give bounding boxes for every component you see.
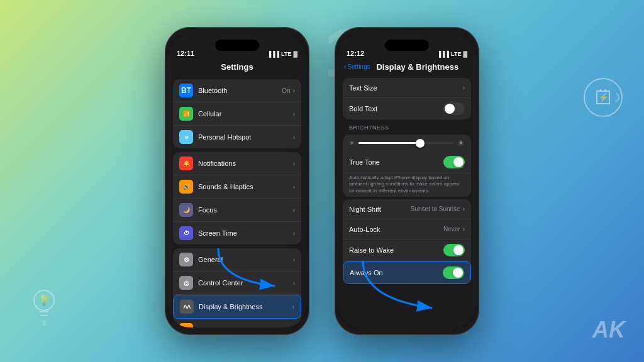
textsize-chevron: › (463, 84, 465, 91)
brightness-high-icon: ☀ (457, 138, 465, 148)
general-chevron: › (293, 256, 295, 263)
notifications-label: Notifications (198, 160, 293, 167)
nightshift-label: Night Shift (349, 206, 411, 213)
truetone-description: Automatically adapt iPhone display based… (343, 173, 471, 197)
textsize-row[interactable]: Text Size › (343, 78, 471, 98)
other-section: Night Shift Sunset to Sunrise › Auto-Loc… (343, 199, 471, 284)
sounds-chevron: › (293, 184, 295, 190)
screentime-chevron: › (293, 230, 295, 237)
screentime-row[interactable]: ⏱ Screen Time › (173, 222, 301, 244)
controlcenter-row[interactable]: ◎ Control Center › (173, 272, 301, 295)
display-label: Display & Brightness (199, 303, 292, 310)
brightness-section: ☀ ☀ True Tone Automatically adapt iPhone… (343, 134, 471, 197)
controlcenter-label: Control Center (198, 279, 293, 287)
brightness-track (358, 142, 453, 144)
phone-2-screen: 12:12 ▐▐▐ LTE ▓ ‹ Settings Display & Bri… (338, 35, 476, 327)
settings-section-1: BT Bluetooth On › 📶 Cellular › ⌾ Persona… (173, 79, 301, 148)
boldtext-label: Bold Text (349, 105, 443, 112)
signal-icon-2: ▐▐▐ (437, 51, 449, 57)
status-icons-2: ▐▐▐ LTE ▓ (437, 51, 467, 57)
phone-1: 12:11 ▐▐▐ LTE ▓ Settings BT Bluetooth On… (165, 27, 309, 335)
hotspot-icon: ⌾ (179, 130, 193, 144)
cellular-chevron: › (293, 111, 295, 118)
brightness-thumb[interactable] (416, 139, 425, 148)
sounds-row[interactable]: 🔊 Sounds & Haptics › (173, 175, 301, 199)
text-section: Text Size › Bold Text (343, 78, 471, 119)
brightness-fill (358, 142, 420, 144)
homescreen-label: Home Screen (198, 326, 293, 327)
general-label: General (198, 256, 293, 263)
notifications-row[interactable]: 🔔 Notifications › (173, 152, 301, 175)
cellular-icon: 📶 (179, 107, 193, 121)
bluetooth-icon: BT (179, 84, 193, 97)
raisetowake-label: Raise to Wake (349, 246, 443, 254)
alwayson-row[interactable]: Always On (343, 261, 471, 284)
boldtext-row[interactable]: Bold Text (343, 98, 471, 119)
settings-section-3: ⚙ General › ◎ Control Center › AA Displa… (173, 248, 301, 327)
homescreen-icon: ⊞ (179, 323, 193, 327)
general-icon: ⚙ (179, 253, 193, 266)
autolock-row[interactable]: Auto-Lock Never › (343, 219, 471, 239)
cellular-row[interactable]: 📶 Cellular › (173, 102, 301, 126)
general-row[interactable]: ⚙ General › (173, 248, 301, 272)
display-icon: AA (180, 300, 194, 314)
notifications-chevron: › (293, 160, 295, 167)
autolock-value: Never (443, 226, 460, 233)
hotspot-label: Personal Hotspot (198, 133, 293, 141)
sounds-label: Sounds & Haptics (198, 183, 293, 190)
alwayson-label: Always On (350, 269, 443, 277)
back-button[interactable]: ‹ Settings (344, 63, 370, 70)
truetone-row[interactable]: True Tone (343, 151, 471, 173)
dynamic-island-2 (385, 40, 429, 51)
autolock-label: Auto-Lock (349, 226, 443, 233)
focus-row[interactable]: 🌙 Focus › (173, 199, 301, 222)
bluetooth-value: On (282, 87, 290, 94)
status-icons-1: ▐▐▐ LTE ▓ (267, 51, 297, 57)
network-2: LTE (451, 51, 461, 57)
signal-icon-1: ▐▐▐ (267, 51, 279, 57)
raisetowake-toggle[interactable] (443, 244, 465, 256)
back-label: Settings (347, 63, 370, 70)
controlcenter-icon: ◎ (179, 276, 193, 290)
hotspot-row[interactable]: ⌾ Personal Hotspot › (173, 126, 301, 148)
brightness-header: BRIGHTNESS (338, 122, 476, 132)
back-chevron: ‹ (344, 63, 346, 70)
homescreen-row[interactable]: ⊞ Home Screen › (173, 319, 301, 327)
content-area: 12:11 ▐▐▐ LTE ▓ Settings BT Bluetooth On… (0, 0, 644, 362)
brightness-slider-row[interactable]: ☀ ☀ (343, 134, 471, 151)
boldtext-toggle[interactable] (443, 102, 465, 115)
screentime-label: Screen Time (198, 229, 293, 237)
dynamic-island-1 (215, 40, 259, 51)
focus-label: Focus (198, 206, 293, 214)
network-1: LTE (281, 51, 291, 57)
hotspot-chevron: › (293, 134, 295, 141)
truetone-label: True Tone (349, 158, 443, 166)
focus-chevron: › (293, 207, 295, 214)
phone-1-screen: 12:11 ▐▐▐ LTE ▓ Settings BT Bluetooth On… (168, 35, 306, 327)
cellular-label: Cellular (198, 110, 293, 118)
brightness-low-icon: ☀ (349, 140, 355, 146)
bluetooth-label: Bluetooth (198, 87, 282, 94)
settings-section-2: 🔔 Notifications › 🔊 Sounds & Haptics › 🌙… (173, 152, 301, 244)
time-2: 12:12 (347, 50, 364, 57)
truetone-toggle[interactable] (443, 156, 465, 168)
autolock-chevron: › (463, 226, 465, 233)
nightshift-chevron: › (463, 206, 465, 212)
nightshift-row[interactable]: Night Shift Sunset to Sunrise › (343, 199, 471, 219)
raisetowake-row[interactable]: Raise to Wake (343, 239, 471, 261)
bluetooth-chevron: › (293, 87, 295, 94)
display-brightness-screen: 12:12 ▐▐▐ LTE ▓ ‹ Settings Display & Bri… (338, 35, 476, 327)
time-1: 12:11 (177, 50, 194, 57)
display-brightness-row[interactable]: AA Display & Brightness › (173, 295, 301, 319)
display-chevron: › (292, 304, 294, 310)
screentime-icon: ⏱ (179, 226, 193, 240)
phone-2: 12:12 ▐▐▐ LTE ▓ ‹ Settings Display & Bri… (335, 27, 479, 335)
sounds-icon: 🔊 (179, 180, 193, 194)
nightshift-value: Sunset to Sunrise (411, 206, 460, 212)
focus-icon: 🌙 (179, 203, 193, 217)
bluetooth-row[interactable]: BT Bluetooth On › (173, 79, 301, 102)
homescreen-chevron: › (293, 327, 295, 328)
controlcenter-chevron: › (293, 280, 295, 287)
alwayson-toggle[interactable] (443, 266, 464, 279)
textsize-label: Text Size (349, 84, 463, 92)
